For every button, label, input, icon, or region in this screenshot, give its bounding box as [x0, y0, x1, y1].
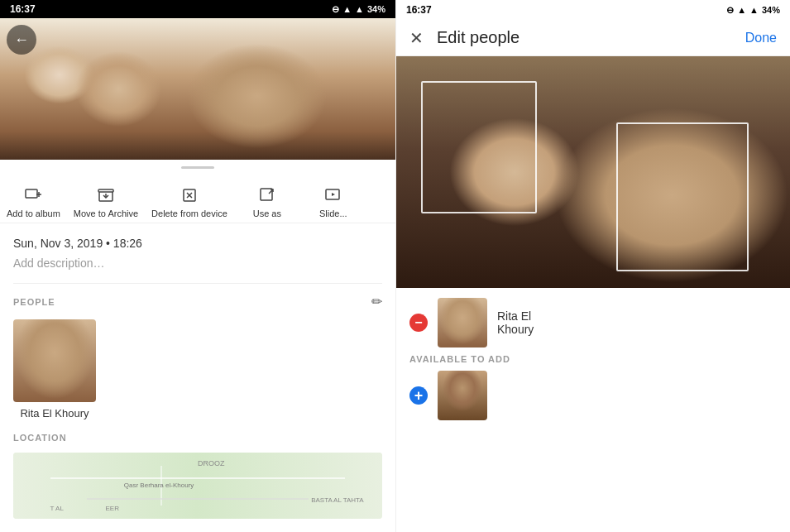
slideshow-icon — [322, 185, 345, 205]
status-bar-left: 16:37 ⊖ ▲ ▲ 34% — [0, 0, 395, 18]
edit-header-left: ✕ Edit people — [409, 28, 519, 47]
edit-header: ✕ Edit people Done — [396, 20, 790, 56]
person-thumb-2-img — [438, 371, 487, 420]
map-sim: DROOZ T AL EER Qasr Berhara el-Khoury BA… — [13, 453, 382, 519]
people-section-header: PEOPLE ✏ — [13, 294, 382, 309]
add-person-row: + — [409, 371, 777, 420]
available-label: AVAILABLE TO ADD — [409, 354, 777, 364]
map-text-2: T AL — [50, 505, 64, 512]
photo-left: ← — [0, 18, 395, 160]
action-move-to-archive[interactable]: Move to Archive — [67, 182, 145, 216]
map-road-3 — [87, 498, 309, 500]
map-road-1 — [50, 477, 346, 479]
person-avatar-img — [13, 319, 96, 402]
status-icons-right: ⊖ ▲ ▲ 34% — [726, 5, 780, 16]
people-label: PEOPLE — [13, 297, 55, 307]
action-use-as[interactable]: Use as — [234, 182, 300, 216]
wifi-icon: ▲ — [342, 4, 352, 14]
battery-left: 34% — [367, 4, 385, 14]
map-text-5: BASTA AL TAHTA — [311, 496, 364, 504]
description-field[interactable]: Add description… — [13, 256, 382, 270]
use-as-icon — [256, 185, 279, 205]
action-add-to-album[interactable]: Add to album — [0, 182, 67, 216]
person-info: Rita ElKhoury — [497, 309, 534, 336]
svg-rect-8 — [261, 189, 272, 200]
face-box-2 — [616, 122, 749, 271]
battery-right: 34% — [762, 5, 780, 15]
person-avatar — [13, 319, 96, 402]
location-section: LOCATION DROOZ T AL EER Qasr Berhara el-… — [13, 433, 382, 519]
person-card[interactable]: Rita El Khoury — [13, 319, 96, 419]
dnd-icon-right: ⊖ — [726, 5, 734, 16]
move-to-archive-label: Move to Archive — [74, 208, 138, 219]
done-button[interactable]: Done — [745, 31, 777, 46]
person-name: Rita El Khoury — [20, 407, 89, 419]
edit-people-button[interactable]: ✏ — [371, 294, 382, 309]
tagged-person-row: − Rita ElKhoury — [409, 298, 777, 347]
time-right: 16:37 — [406, 4, 432, 16]
status-icons-left: ⊖ ▲ ▲ 34% — [332, 4, 385, 15]
map-text-3: EER — [106, 505, 119, 512]
close-button[interactable]: ✕ — [409, 30, 424, 46]
use-as-label: Use as — [253, 208, 281, 219]
time-left: 16:37 — [10, 3, 36, 15]
remove-person-button[interactable]: − — [409, 314, 428, 332]
svg-rect-3 — [98, 189, 113, 192]
location-label: LOCATION — [13, 433, 67, 443]
right-panel: 16:37 ⊖ ▲ ▲ 34% ✕ Edit people Done − Rit… — [395, 0, 790, 532]
add-person-button[interactable]: + — [409, 386, 428, 405]
action-delete[interactable]: Delete from device — [145, 182, 234, 216]
svg-marker-10 — [332, 193, 335, 196]
slideshow-label: Slide... — [319, 208, 347, 219]
info-section: Sun, Nov 3, 2019 • 18:26 Add description… — [0, 223, 395, 532]
person-thumb — [438, 298, 487, 347]
back-button[interactable]: ← — [7, 25, 36, 55]
wifi-icon-right: ▲ — [737, 5, 746, 15]
edit-title: Edit people — [437, 28, 519, 47]
people-grid: Rita El Khoury — [13, 319, 382, 419]
divider-1 — [13, 283, 382, 284]
face-box-1 — [421, 81, 537, 213]
signal-icon-right: ▲ — [749, 5, 759, 15]
add-to-album-icon — [22, 185, 45, 205]
person-thumb-2 — [438, 371, 487, 420]
scroll-indicator — [181, 166, 214, 168]
photo-right — [396, 56, 790, 288]
action-slideshow[interactable]: Slide... — [300, 182, 366, 216]
delete-label: Delete from device — [151, 208, 227, 219]
delete-icon — [178, 185, 201, 205]
svg-rect-0 — [26, 189, 37, 198]
add-to-album-label: Add to album — [7, 208, 60, 219]
action-bar: Add to album Move to Archive — [0, 175, 395, 223]
date-time: Sun, Nov 3, 2019 • 18:26 — [13, 237, 382, 250]
map-text-4: Qasr Berhara el-Khoury — [124, 482, 194, 489]
person-name-right: Rita ElKhoury — [497, 309, 534, 336]
left-panel: 16:37 ⊖ ▲ ▲ 34% ← Add to album — [0, 0, 395, 532]
map-text-1: DROOZ — [198, 459, 225, 467]
selfie-image — [0, 18, 395, 160]
dnd-icon: ⊖ — [332, 4, 339, 15]
person-thumb-img — [438, 298, 487, 347]
signal-icon: ▲ — [355, 4, 364, 14]
location-header: LOCATION — [13, 433, 382, 443]
people-list-section: − Rita ElKhoury AVAILABLE TO ADD + — [396, 288, 790, 532]
status-bar-right: 16:37 ⊖ ▲ ▲ 34% — [396, 0, 790, 20]
map-preview[interactable]: DROOZ T AL EER Qasr Berhara el-Khoury BA… — [13, 453, 382, 519]
move-to-archive-icon — [94, 185, 117, 205]
